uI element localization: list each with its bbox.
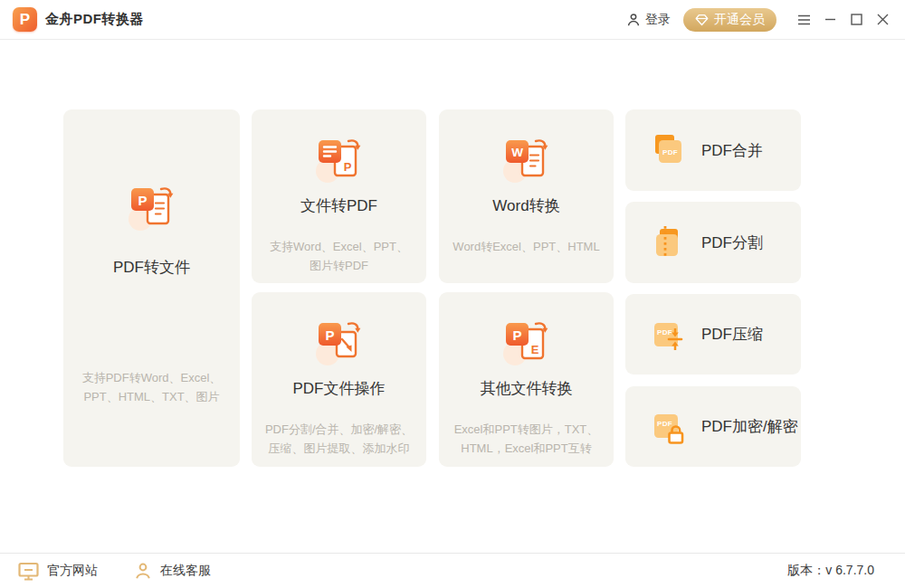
maximize-icon [851,14,862,25]
card-pdf-encrypt[interactable]: PDF PDF加密/解密 [625,386,801,467]
svg-text:W: W [511,146,523,159]
official-site-label: 官方网站 [47,563,98,579]
card-title: PDF压缩 [701,324,763,345]
svg-text:PDF: PDF [657,419,672,427]
user-icon [626,13,641,27]
monitor-icon [18,562,39,581]
card-subtitle: Word转Excel、PPT、HTML [440,237,612,256]
card-pdf-compress[interactable]: PDF PDF压缩 [625,294,801,375]
card-title: PDF转文件 [113,257,190,278]
menu-button[interactable] [791,6,817,33]
other-convert-icon: E P [501,317,552,367]
version-label: 版本：v 6.7.7.0 [787,563,874,579]
card-title: PDF合并 [701,140,763,161]
card-title: PDF加密/解密 [701,416,798,437]
card-title: 文件转PDF [300,195,377,216]
pdf-encrypt-icon: PDF [651,410,685,444]
online-support-link[interactable]: 在线客服 [134,562,211,580]
app-logo-icon: P [13,7,37,32]
card-pdf-operations[interactable]: P PDF文件操作 PDF分割/合并、加密/解密、压缩、图片提取、添加水印 [252,292,426,467]
login-label: 登录 [645,12,671,28]
pdf-to-file-icon: P [127,182,177,232]
close-button[interactable] [870,6,896,33]
card-pdf-to-file[interactable]: P PDF转文件 支持PDF转Word、Excel、PPT、HTML、TXT、图… [63,109,240,467]
card-title: Word转换 [492,195,559,216]
login-button[interactable]: 登录 [626,12,671,28]
window-controls [791,6,896,33]
card-title: 其他文件转换 [481,378,573,399]
card-subtitle: 支持Word、Excel、PPT、图片转PDF [252,237,426,275]
support-person-icon [134,562,152,580]
card-subtitle: 支持PDF转Word、Excel、PPT、HTML、TXT、图片 [63,368,240,406]
pdf-merge-icon: PDF [651,133,685,167]
svg-text:P: P [343,160,351,174]
app-window: P 金舟PDF转换器 登录 开通会员 [0,0,905,588]
hamburger-icon [797,14,811,25]
close-icon [877,14,889,25]
footer-bar: 官方网站 在线客服 版本：v 6.7.7.0 [0,553,905,588]
svg-text:P: P [138,193,147,208]
official-site-link[interactable]: 官方网站 [18,562,98,581]
svg-text:P: P [512,327,521,343]
svg-text:P: P [325,327,334,343]
pdf-compress-icon: PDF [651,318,685,352]
vip-button[interactable]: 开通会员 [683,8,776,32]
card-pdf-merge[interactable]: PDF PDF合并 [625,109,801,191]
card-word-convert[interactable]: W Word转换 Word转Excel、PPT、HTML [439,109,614,283]
pdf-split-icon [651,225,685,260]
pdf-operations-icon: P [314,317,365,367]
card-other-convert[interactable]: E P 其他文件转换 Excel和PPT转图片，TXT、HTML，Excel和P… [439,292,614,467]
diamond-icon [695,14,709,26]
card-title: PDF分割 [701,232,763,253]
card-title: PDF文件操作 [293,378,386,399]
card-subtitle: Excel和PPT转图片，TXT、HTML，Excel和PPT互转 [439,420,614,458]
minimize-icon [824,14,836,25]
online-support-label: 在线客服 [160,563,211,579]
svg-text:PDF: PDF [657,327,672,336]
vip-label: 开通会员 [714,12,765,28]
card-pdf-split[interactable]: PDF分割 [625,202,801,283]
minimize-button[interactable] [817,6,843,33]
title-bar: P 金舟PDF转换器 登录 开通会员 [0,0,905,40]
maximize-button[interactable] [843,6,870,33]
word-convert-icon: W [501,134,552,185]
app-title: 金舟PDF转换器 [45,11,144,28]
card-file-to-pdf[interactable]: P 文件转PDF 支持Word、Excel、PPT、图片转PDF [252,109,426,283]
svg-text:PDF: PDF [662,148,678,156]
file-to-pdf-icon: P [314,134,365,185]
svg-text:E: E [530,343,538,356]
card-subtitle: PDF分割/合并、加密/解密、压缩、图片提取、添加水印 [252,420,426,458]
